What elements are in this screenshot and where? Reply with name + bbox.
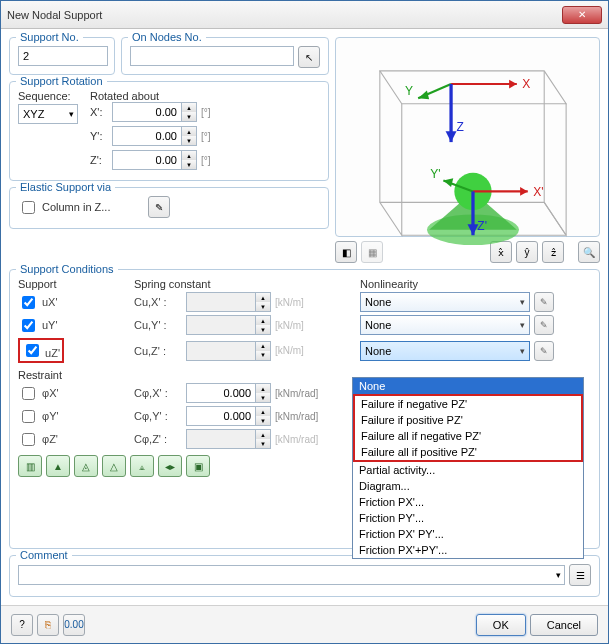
elastic-edit-button[interactable]: ✎ xyxy=(148,196,170,218)
column-z-checkbox[interactable] xyxy=(22,201,35,214)
rspring-1-unit: [kNm/rad] xyxy=(275,411,318,422)
dropdown-item-0[interactable]: None xyxy=(353,378,583,394)
spin-down-icon[interactable]: ▼ xyxy=(256,393,270,402)
spin-up-icon[interactable]: ▲ xyxy=(256,384,270,393)
spin-up-icon[interactable]: ▲ xyxy=(182,127,196,136)
nonlinearity-1-edit-button[interactable]: ✎ xyxy=(534,315,554,335)
details-button[interactable]: ⎘ xyxy=(37,614,59,636)
close-button[interactable]: ✕ xyxy=(562,6,602,24)
svg-marker-4 xyxy=(418,91,429,100)
rot-unit: [°] xyxy=(201,155,211,166)
preset-spring-button[interactable]: ◂▸ xyxy=(158,455,182,477)
rspring-1-input[interactable] xyxy=(186,406,256,426)
cancel-button[interactable]: Cancel xyxy=(530,614,598,636)
help-button[interactable]: ? xyxy=(11,614,33,636)
elastic-title: Elastic Support via xyxy=(16,181,115,193)
support-uX'-label: uX' xyxy=(42,296,58,308)
on-nodes-input[interactable] xyxy=(130,46,294,66)
svg-marker-12 xyxy=(520,187,528,196)
support-uZ'-checkbox[interactable] xyxy=(26,344,39,357)
rspring-1-label: Cφ,Y' : xyxy=(134,410,182,422)
spin-down-icon: ▼ xyxy=(256,351,270,360)
support-uZ'-label: uZ' xyxy=(45,347,60,359)
rspring-2-unit: [kNm/rad] xyxy=(275,434,318,445)
rspring-0-unit: [kNm/rad] xyxy=(275,388,318,399)
nonlinearity-0-edit-button[interactable]: ✎ xyxy=(534,292,554,312)
support-uX'-checkbox[interactable] xyxy=(22,296,35,309)
spring-header: Spring constant xyxy=(134,278,354,290)
dropdown-item-5[interactable]: Partial activity... xyxy=(353,462,583,478)
view-grid-button[interactable]: ▦ xyxy=(361,241,383,263)
preset-free-button[interactable]: ⟁ xyxy=(130,455,154,477)
nonlinearity-header: Nonlinearity xyxy=(360,278,591,290)
spin-down-icon[interactable]: ▼ xyxy=(182,160,196,169)
rot-unit: [°] xyxy=(201,131,211,142)
svg-text:Y': Y' xyxy=(430,167,440,181)
ok-button[interactable]: OK xyxy=(476,614,526,636)
dropdown-item-2[interactable]: Failure if positive PZ' xyxy=(355,412,581,428)
restraint-2-checkbox[interactable] xyxy=(22,433,35,446)
dropdown-item-4[interactable]: Failure all if positive PZ' xyxy=(355,444,581,460)
spin-up-icon: ▲ xyxy=(256,316,270,325)
spring-1-label: Cu,Y' : xyxy=(134,319,182,331)
on-nodes-label: On Nodes No. xyxy=(128,31,206,43)
comment-title: Comment xyxy=(16,549,72,561)
restraint-0-checkbox[interactable] xyxy=(22,387,35,400)
spin-down-icon[interactable]: ▼ xyxy=(182,136,196,145)
titlebar: New Nodal Support ✕ xyxy=(1,1,608,29)
nonlinearity-dropdown[interactable]: NoneFailure if negative PZ'Failure if po… xyxy=(352,377,584,559)
restraint-2-label: φZ' xyxy=(42,433,58,445)
rot-axis-label: X': xyxy=(90,106,108,118)
dropdown-item-9[interactable]: Friction PX' PY'... xyxy=(353,526,583,542)
support-uY'-checkbox[interactable] xyxy=(22,319,35,332)
preset-slider-button[interactable]: △ xyxy=(102,455,126,477)
spin-down-icon: ▼ xyxy=(256,439,270,448)
comment-lib-button[interactable]: ☰ xyxy=(569,564,591,586)
rspring-2-label: Cφ,Z' : xyxy=(134,433,182,445)
spin-down-icon: ▼ xyxy=(256,302,270,311)
preset-custom-button[interactable]: ▣ xyxy=(186,455,210,477)
dropdown-item-6[interactable]: Diagram... xyxy=(353,478,583,494)
support-no-input[interactable] xyxy=(18,46,108,66)
spring-2-label: Cu,Z' : xyxy=(134,345,182,357)
rot-unit: [°] xyxy=(201,107,211,118)
rot-0-input[interactable] xyxy=(112,102,182,122)
spring-2-unit: [kN/m] xyxy=(275,345,304,356)
spin-down-icon: ▼ xyxy=(256,325,270,334)
svg-text:Z': Z' xyxy=(477,219,487,233)
dropdown-item-3[interactable]: Failure all if negative PZ' xyxy=(355,428,581,444)
preset-roller-button[interactable]: ◬ xyxy=(74,455,98,477)
dropdown-item-1[interactable]: Failure if negative PZ' xyxy=(355,396,581,412)
support-no-label: Support No. xyxy=(16,31,83,43)
sequence-select[interactable]: XYZ xyxy=(18,104,78,124)
restraint-0-label: φX' xyxy=(42,387,59,399)
restraint-1-label: φY' xyxy=(42,410,59,422)
nonlinearity-0-select[interactable]: None xyxy=(360,292,530,312)
spin-up-icon[interactable]: ▲ xyxy=(182,151,196,160)
spin-down-icon[interactable]: ▼ xyxy=(182,112,196,121)
units-button[interactable]: 0.00 xyxy=(63,614,85,636)
dropdown-item-8[interactable]: Friction PY'... xyxy=(353,510,583,526)
spin-down-icon[interactable]: ▼ xyxy=(256,416,270,425)
comment-input[interactable] xyxy=(18,565,565,585)
dropdown-item-10[interactable]: Friction PX'+PY'... xyxy=(353,542,583,558)
rot-axis-label: Z': xyxy=(90,154,108,166)
spin-up-icon[interactable]: ▲ xyxy=(256,407,270,416)
rspring-0-input[interactable] xyxy=(186,383,256,403)
pick-nodes-button[interactable]: ↖ xyxy=(298,46,320,68)
spin-up-icon: ▲ xyxy=(256,293,270,302)
rot-2-input[interactable] xyxy=(112,150,182,170)
nonlinearity-2-select[interactable]: None xyxy=(360,341,530,361)
nonlinearity-2-edit-button[interactable]: ✎ xyxy=(534,341,554,361)
nonlinearity-1-select[interactable]: None xyxy=(360,315,530,335)
spin-up-icon[interactable]: ▲ xyxy=(182,103,196,112)
preview-3d[interactable]: X Y Z X' xyxy=(335,37,600,237)
restraint-1-checkbox[interactable] xyxy=(22,410,35,423)
spring-0-input xyxy=(186,292,256,312)
preset-hinged-button[interactable]: ▥ xyxy=(18,455,42,477)
preset-fixed-button[interactable]: ▲ xyxy=(46,455,70,477)
rot-1-input[interactable] xyxy=(112,126,182,146)
dropdown-item-7[interactable]: Friction PX'... xyxy=(353,494,583,510)
spring-0-unit: [kN/m] xyxy=(275,297,304,308)
support-uY'-label: uY' xyxy=(42,319,58,331)
